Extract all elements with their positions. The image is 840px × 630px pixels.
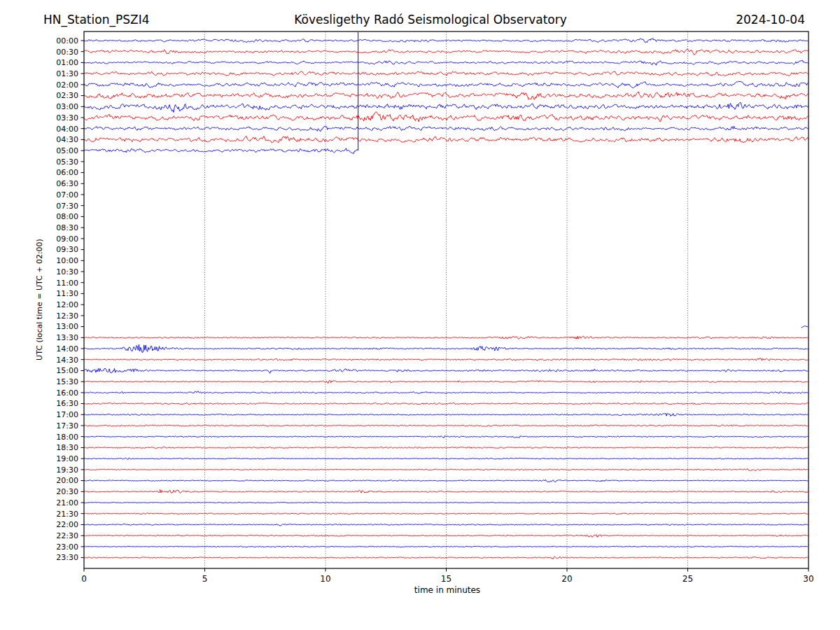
svg-text:20:00: 20:00 bbox=[56, 476, 78, 485]
svg-text:17:00: 17:00 bbox=[56, 410, 78, 419]
svg-text:15:00: 15:00 bbox=[56, 366, 78, 375]
svg-text:10:30: 10:30 bbox=[56, 267, 78, 276]
svg-text:14:30: 14:30 bbox=[56, 356, 78, 365]
svg-text:19:00: 19:00 bbox=[56, 454, 78, 463]
svg-text:25: 25 bbox=[682, 574, 693, 584]
svg-text:18:00: 18:00 bbox=[56, 433, 78, 442]
svg-text:07:30: 07:30 bbox=[56, 202, 78, 211]
svg-text:15:30: 15:30 bbox=[56, 377, 78, 386]
svg-text:02:00: 02:00 bbox=[56, 80, 78, 90]
svg-text:09:00: 09:00 bbox=[56, 234, 78, 244]
svg-text:5: 5 bbox=[202, 574, 208, 584]
svg-text:16:00: 16:00 bbox=[56, 388, 78, 398]
svg-text:23:30: 23:30 bbox=[56, 553, 78, 562]
svg-text:08:00: 08:00 bbox=[56, 212, 78, 221]
svg-text:06:00: 06:00 bbox=[56, 168, 78, 177]
station-title: HN_Station_PSZI4 bbox=[43, 13, 149, 27]
figure: 05101520253000:0000:3001:0001:3002:0002:… bbox=[0, 0, 840, 630]
svg-text:12:00: 12:00 bbox=[56, 300, 78, 309]
svg-text:08:30: 08:30 bbox=[56, 223, 78, 232]
svg-text:10: 10 bbox=[320, 574, 330, 584]
svg-text:03:00: 03:00 bbox=[56, 102, 78, 111]
svg-text:09:30: 09:30 bbox=[56, 245, 78, 254]
svg-text:00:30: 00:30 bbox=[56, 48, 78, 57]
observatory-title: Kövesligethy Radó Seismological Observat… bbox=[294, 13, 567, 27]
svg-text:16:30: 16:30 bbox=[56, 399, 78, 408]
svg-text:22:00: 22:00 bbox=[56, 520, 78, 529]
svg-text:07:00: 07:00 bbox=[56, 190, 78, 200]
svg-text:01:00: 01:00 bbox=[56, 58, 78, 67]
svg-text:18:30: 18:30 bbox=[56, 443, 78, 452]
svg-text:19:30: 19:30 bbox=[56, 465, 78, 475]
svg-text:13:30: 13:30 bbox=[56, 333, 78, 342]
svg-text:17:30: 17:30 bbox=[56, 421, 78, 430]
svg-text:21:00: 21:00 bbox=[56, 498, 78, 507]
svg-text:04:00: 04:00 bbox=[56, 125, 78, 134]
svg-text:20:30: 20:30 bbox=[56, 487, 78, 496]
svg-text:0: 0 bbox=[81, 574, 87, 584]
svg-text:05:00: 05:00 bbox=[56, 146, 78, 155]
svg-text:20: 20 bbox=[561, 574, 572, 584]
svg-text:03:30: 03:30 bbox=[56, 113, 78, 122]
svg-text:13:00: 13:00 bbox=[56, 322, 78, 331]
svg-text:00:00: 00:00 bbox=[56, 36, 78, 46]
svg-text:23:00: 23:00 bbox=[56, 542, 78, 552]
svg-text:14:00: 14:00 bbox=[56, 344, 78, 354]
date-label: 2024-10-04 bbox=[736, 13, 805, 27]
svg-text:01:30: 01:30 bbox=[56, 69, 78, 78]
svg-text:15: 15 bbox=[441, 574, 451, 584]
svg-text:11:30: 11:30 bbox=[56, 289, 78, 298]
helicorder-plot: 05101520253000:0000:3001:0001:3002:0002:… bbox=[0, 0, 840, 630]
svg-text:12:30: 12:30 bbox=[56, 312, 78, 321]
svg-text:22:30: 22:30 bbox=[56, 531, 78, 540]
svg-text:10:00: 10:00 bbox=[56, 256, 78, 265]
x-axis-label: time in minutes bbox=[414, 585, 480, 595]
svg-text:30: 30 bbox=[803, 574, 813, 584]
svg-text:06:30: 06:30 bbox=[56, 179, 78, 188]
svg-text:02:30: 02:30 bbox=[56, 91, 78, 100]
svg-text:11:00: 11:00 bbox=[56, 279, 78, 288]
svg-text:04:30: 04:30 bbox=[56, 135, 78, 144]
svg-text:21:30: 21:30 bbox=[56, 510, 78, 519]
svg-text:05:30: 05:30 bbox=[56, 158, 78, 167]
y-axis-label: UTC (local time = UTC + 02:00) bbox=[35, 239, 44, 360]
